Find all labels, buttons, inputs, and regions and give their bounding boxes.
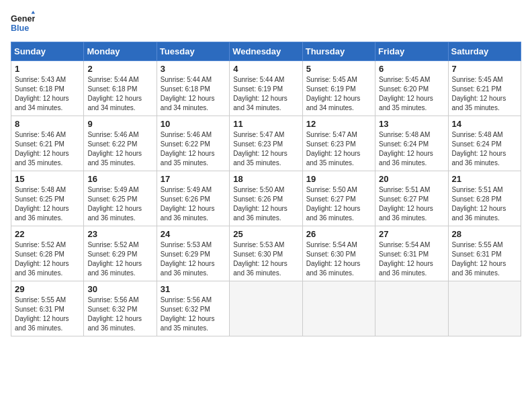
generalblue-logo-icon: General Blue — [11, 11, 35, 35]
day-number: 1 — [15, 64, 80, 74]
day-of-week-header: Monday — [84, 42, 157, 61]
day-detail: Sunrise: 5:50 AM Sunset: 6:26 PM Dayligh… — [233, 185, 298, 223]
day-detail: Sunrise: 5:49 AM Sunset: 6:26 PM Dayligh… — [161, 185, 226, 223]
day-number: 19 — [306, 174, 371, 184]
day-number: 9 — [87, 119, 152, 129]
page-header: General Blue — [11, 11, 521, 35]
day-detail: Sunrise: 5:46 AM Sunset: 6:21 PM Dayligh… — [15, 130, 80, 168]
day-detail: Sunrise: 5:44 AM Sunset: 6:18 PM Dayligh… — [87, 75, 152, 113]
day-number: 8 — [15, 119, 80, 129]
calendar-day-cell: 30Sunrise: 5:56 AM Sunset: 6:32 PM Dayli… — [84, 281, 157, 336]
day-detail: Sunrise: 5:47 AM Sunset: 6:23 PM Dayligh… — [306, 130, 371, 168]
logo: General Blue — [11, 11, 35, 35]
calendar-day-cell: 23Sunrise: 5:52 AM Sunset: 6:29 PM Dayli… — [84, 226, 157, 281]
day-of-week-header: Tuesday — [157, 42, 229, 61]
day-number: 10 — [161, 119, 226, 129]
day-number: 23 — [87, 229, 152, 239]
day-detail: Sunrise: 5:45 AM Sunset: 6:21 PM Dayligh… — [452, 75, 517, 113]
day-number: 16 — [87, 174, 152, 184]
calendar-week-row: 22Sunrise: 5:52 AM Sunset: 6:28 PM Dayli… — [11, 226, 521, 281]
svg-marker-2 — [32, 11, 35, 14]
day-detail: Sunrise: 5:54 AM Sunset: 6:30 PM Dayligh… — [306, 240, 371, 278]
day-detail: Sunrise: 5:45 AM Sunset: 6:19 PM Dayligh… — [306, 75, 371, 113]
calendar-day-cell: 22Sunrise: 5:52 AM Sunset: 6:28 PM Dayli… — [11, 226, 84, 281]
day-number: 11 — [233, 119, 298, 129]
calendar-day-cell: 9Sunrise: 5:46 AM Sunset: 6:22 PM Daylig… — [84, 116, 157, 171]
day-detail: Sunrise: 5:51 AM Sunset: 6:27 PM Dayligh… — [379, 185, 444, 223]
day-number: 3 — [161, 64, 226, 74]
calendar-day-cell: 14Sunrise: 5:48 AM Sunset: 6:24 PM Dayli… — [448, 116, 521, 171]
calendar-week-row: 15Sunrise: 5:48 AM Sunset: 6:25 PM Dayli… — [11, 171, 521, 226]
day-detail: Sunrise: 5:52 AM Sunset: 6:29 PM Dayligh… — [87, 240, 152, 278]
day-number: 7 — [452, 64, 517, 74]
day-of-week-header: Friday — [375, 42, 448, 61]
day-number: 13 — [379, 119, 444, 129]
day-number: 21 — [452, 174, 517, 184]
day-detail: Sunrise: 5:44 AM Sunset: 6:19 PM Dayligh… — [233, 75, 298, 113]
day-detail: Sunrise: 5:48 AM Sunset: 6:24 PM Dayligh… — [379, 130, 444, 168]
day-of-week-header: Wednesday — [230, 42, 302, 61]
calendar-day-cell: 27Sunrise: 5:54 AM Sunset: 6:31 PM Dayli… — [375, 226, 448, 281]
calendar-table: SundayMondayTuesdayWednesdayThursdayFrid… — [11, 42, 521, 336]
day-detail: Sunrise: 5:46 AM Sunset: 6:22 PM Dayligh… — [161, 130, 226, 168]
calendar-day-cell: 21Sunrise: 5:51 AM Sunset: 6:28 PM Dayli… — [448, 171, 521, 226]
day-number: 12 — [306, 119, 371, 129]
calendar-day-cell: 1Sunrise: 5:43 AM Sunset: 6:18 PM Daylig… — [11, 61, 84, 116]
calendar-day-cell: 17Sunrise: 5:49 AM Sunset: 6:26 PM Dayli… — [157, 171, 229, 226]
day-number: 27 — [379, 229, 444, 239]
calendar-day-cell — [302, 281, 375, 336]
calendar-day-cell: 15Sunrise: 5:48 AM Sunset: 6:25 PM Dayli… — [11, 171, 84, 226]
calendar-day-cell: 2Sunrise: 5:44 AM Sunset: 6:18 PM Daylig… — [84, 61, 157, 116]
calendar-day-cell: 24Sunrise: 5:53 AM Sunset: 6:29 PM Dayli… — [157, 226, 229, 281]
day-number: 14 — [452, 119, 517, 129]
day-detail: Sunrise: 5:48 AM Sunset: 6:25 PM Dayligh… — [15, 185, 80, 223]
calendar-day-cell — [230, 281, 302, 336]
calendar-day-cell — [375, 281, 448, 336]
svg-text:General: General — [11, 14, 35, 24]
day-detail: Sunrise: 5:46 AM Sunset: 6:22 PM Dayligh… — [87, 130, 152, 168]
day-number: 20 — [379, 174, 444, 184]
calendar-day-cell: 11Sunrise: 5:47 AM Sunset: 6:23 PM Dayli… — [230, 116, 302, 171]
calendar-day-cell: 10Sunrise: 5:46 AM Sunset: 6:22 PM Dayli… — [157, 116, 229, 171]
day-detail: Sunrise: 5:43 AM Sunset: 6:18 PM Dayligh… — [15, 75, 80, 113]
day-number: 5 — [306, 64, 371, 74]
calendar-week-row: 1Sunrise: 5:43 AM Sunset: 6:18 PM Daylig… — [11, 61, 521, 116]
calendar-day-cell: 25Sunrise: 5:53 AM Sunset: 6:30 PM Dayli… — [230, 226, 302, 281]
calendar-day-cell: 20Sunrise: 5:51 AM Sunset: 6:27 PM Dayli… — [375, 171, 448, 226]
calendar-day-cell: 31Sunrise: 5:56 AM Sunset: 6:32 PM Dayli… — [157, 281, 229, 336]
calendar-day-cell: 4Sunrise: 5:44 AM Sunset: 6:19 PM Daylig… — [230, 61, 302, 116]
day-number: 17 — [161, 174, 226, 184]
day-number: 29 — [15, 284, 80, 294]
day-number: 30 — [87, 284, 152, 294]
day-detail: Sunrise: 5:56 AM Sunset: 6:32 PM Dayligh… — [87, 295, 152, 333]
day-detail: Sunrise: 5:49 AM Sunset: 6:25 PM Dayligh… — [87, 185, 152, 223]
days-of-week-row: SundayMondayTuesdayWednesdayThursdayFrid… — [11, 42, 521, 61]
day-of-week-header: Sunday — [11, 42, 84, 61]
day-number: 25 — [233, 229, 298, 239]
calendar-day-cell: 18Sunrise: 5:50 AM Sunset: 6:26 PM Dayli… — [230, 171, 302, 226]
day-of-week-header: Thursday — [302, 42, 375, 61]
day-detail: Sunrise: 5:48 AM Sunset: 6:24 PM Dayligh… — [452, 130, 517, 168]
day-detail: Sunrise: 5:56 AM Sunset: 6:32 PM Dayligh… — [161, 295, 226, 333]
calendar-day-cell: 19Sunrise: 5:50 AM Sunset: 6:27 PM Dayli… — [302, 171, 375, 226]
day-detail: Sunrise: 5:52 AM Sunset: 6:28 PM Dayligh… — [15, 240, 80, 278]
calendar-day-cell: 5Sunrise: 5:45 AM Sunset: 6:19 PM Daylig… — [302, 61, 375, 116]
calendar-day-cell: 6Sunrise: 5:45 AM Sunset: 6:20 PM Daylig… — [375, 61, 448, 116]
day-number: 22 — [15, 229, 80, 239]
calendar-day-cell: 13Sunrise: 5:48 AM Sunset: 6:24 PM Dayli… — [375, 116, 448, 171]
day-detail: Sunrise: 5:53 AM Sunset: 6:30 PM Dayligh… — [233, 240, 298, 278]
day-number: 6 — [379, 64, 444, 74]
calendar-week-row: 8Sunrise: 5:46 AM Sunset: 6:21 PM Daylig… — [11, 116, 521, 171]
day-detail: Sunrise: 5:45 AM Sunset: 6:20 PM Dayligh… — [379, 75, 444, 113]
day-number: 31 — [161, 284, 226, 294]
calendar-day-cell: 3Sunrise: 5:44 AM Sunset: 6:18 PM Daylig… — [157, 61, 229, 116]
calendar-day-cell: 8Sunrise: 5:46 AM Sunset: 6:21 PM Daylig… — [11, 116, 84, 171]
day-of-week-header: Saturday — [448, 42, 521, 61]
day-detail: Sunrise: 5:51 AM Sunset: 6:28 PM Dayligh… — [452, 185, 517, 223]
calendar-body: 1Sunrise: 5:43 AM Sunset: 6:18 PM Daylig… — [11, 61, 521, 336]
calendar-day-cell — [448, 281, 521, 336]
calendar-day-cell: 26Sunrise: 5:54 AM Sunset: 6:30 PM Dayli… — [302, 226, 375, 281]
day-detail: Sunrise: 5:55 AM Sunset: 6:31 PM Dayligh… — [452, 240, 517, 278]
calendar-week-row: 29Sunrise: 5:55 AM Sunset: 6:31 PM Dayli… — [11, 281, 521, 336]
calendar-day-cell: 29Sunrise: 5:55 AM Sunset: 6:31 PM Dayli… — [11, 281, 84, 336]
